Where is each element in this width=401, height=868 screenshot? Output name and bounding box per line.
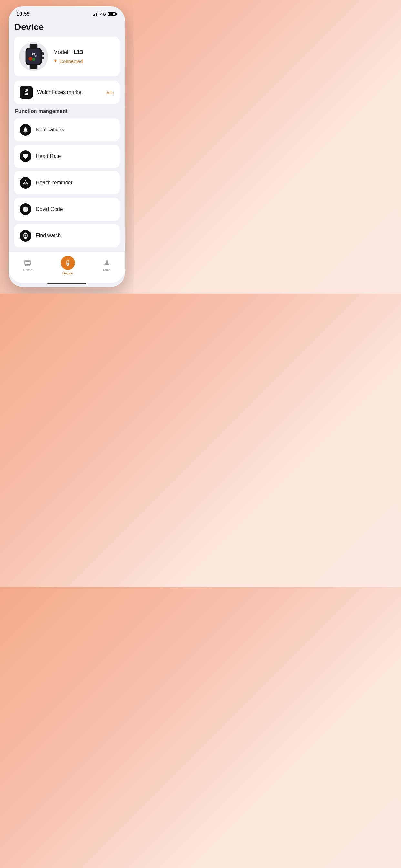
covid-code-label: Covid Code	[36, 206, 63, 212]
svg-rect-27	[67, 261, 69, 263]
menu-item-notifications[interactable]: Notifications	[14, 118, 120, 142]
svg-point-26	[67, 264, 68, 265]
svg-point-12	[25, 180, 26, 181]
connection-status: ✦ Connected	[53, 58, 83, 64]
svg-point-28	[105, 260, 108, 263]
device-card[interactable]: 10 : 00 Model: L13 ✦ Connected	[14, 37, 120, 76]
battery-icon	[108, 12, 117, 16]
watch-image: 10 : 00	[19, 42, 48, 71]
model-value: L13	[73, 49, 83, 56]
watchfaces-label: WatchFaces market	[37, 89, 83, 95]
home-indicator	[48, 283, 86, 284]
tab-device-icon-circle	[61, 256, 75, 270]
svg-text::: :	[34, 55, 35, 57]
watch-svg-icon: 10 : 00	[22, 43, 45, 69]
svg-rect-23	[26, 261, 29, 262]
covid-code-icon-circle	[20, 204, 31, 215]
svg-rect-11	[42, 57, 43, 59]
health-reminder-label: Health reminder	[36, 180, 73, 186]
page-title: Device	[14, 22, 120, 32]
menu-item-health-reminder[interactable]: Health reminder	[14, 171, 120, 194]
watchfaces-left: 09 40 WatchFaces market	[20, 86, 83, 99]
network-label: 4G	[100, 11, 106, 17]
status-time: 10:59	[17, 11, 30, 17]
menu-list: Notifications Heart Rate	[14, 118, 120, 247]
svg-text:10: 10	[32, 52, 35, 55]
svg-text:00: 00	[35, 55, 38, 57]
tab-mine[interactable]: Mine	[103, 259, 111, 272]
svg-rect-0	[30, 43, 37, 49]
svg-rect-1	[30, 65, 37, 69]
meditation-icon	[22, 180, 29, 186]
phone-frame: 10:59 4G Device	[9, 6, 125, 287]
find-watch-label: Find watch	[36, 233, 61, 239]
heart-rate-label: Heart Rate	[36, 153, 61, 159]
watchfaces-all-label: All	[106, 90, 112, 95]
svg-rect-10	[42, 52, 43, 55]
tab-bar: Home Device Mine	[9, 252, 125, 283]
section-title: Function mangement	[15, 108, 119, 114]
main-content: Device	[9, 20, 125, 247]
find-watch-icon-circle	[20, 230, 31, 242]
mask-icon	[22, 206, 29, 213]
menu-item-find-watch[interactable]: Find watch	[14, 224, 120, 247]
notifications-label: Notifications	[36, 127, 64, 133]
menu-item-heart-rate[interactable]: Heart Rate	[14, 145, 120, 168]
tab-device-label: Device	[62, 271, 73, 275]
health-reminder-icon-circle	[20, 177, 31, 189]
signal-icon	[93, 11, 98, 16]
menu-item-covid-code[interactable]: Covid Code	[14, 197, 120, 221]
status-bar: 10:59 4G	[9, 6, 125, 20]
svg-point-6	[32, 58, 35, 61]
heart-rate-icon-circle	[20, 151, 31, 162]
svg-point-21	[25, 235, 27, 237]
smartwatch-icon	[22, 232, 29, 239]
tab-mine-label: Mine	[103, 268, 111, 272]
bluetooth-icon: ✦	[53, 58, 58, 64]
home-icon	[24, 259, 31, 267]
status-icons: 4G	[93, 11, 117, 17]
tab-home-label: Home	[23, 268, 32, 272]
notifications-icon-circle	[20, 124, 31, 135]
watchfaces-clock-icon: 09 40	[20, 86, 33, 99]
chevron-right-icon: ›	[112, 90, 114, 95]
watchfaces-all[interactable]: All ›	[106, 90, 114, 95]
device-info: Model: L13 ✦ Connected	[53, 49, 83, 64]
svg-point-5	[29, 57, 32, 60]
tab-home[interactable]: Home	[23, 259, 32, 272]
model-label: Model:	[53, 49, 70, 56]
watchfaces-card[interactable]: 09 40 WatchFaces market All ›	[14, 81, 120, 104]
svg-rect-25	[26, 264, 28, 265]
tab-device[interactable]: Device	[61, 256, 75, 275]
device-model: Model: L13	[53, 49, 83, 56]
svg-rect-24	[26, 262, 29, 263]
bell-icon	[22, 127, 29, 133]
person-icon	[103, 259, 111, 267]
heart-rate-icon	[22, 153, 29, 159]
device-tab-icon	[64, 259, 71, 267]
connection-label: Connected	[59, 58, 83, 64]
